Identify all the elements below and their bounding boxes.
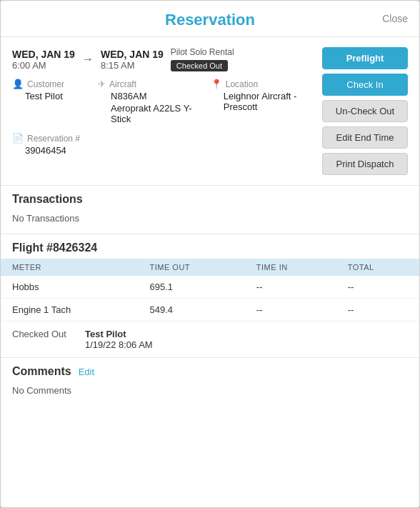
checked-out-date: 1/19/22 8:06 AM bbox=[85, 339, 153, 350]
end-date-block: WED, JAN 19 8:15 AM bbox=[101, 49, 164, 71]
customer-label-row: 👤 Customer bbox=[12, 79, 84, 89]
comments-edit-button[interactable]: Edit bbox=[79, 367, 94, 377]
customer-label: Customer bbox=[27, 79, 64, 89]
cell-meter: Engine 1 Tach bbox=[1, 299, 139, 322]
flight-title: Flight #8426324 bbox=[1, 234, 419, 254]
customer-icon: 👤 bbox=[12, 79, 24, 89]
reservation-num-block: 📄 Reservation # 39046454 bbox=[12, 133, 316, 156]
comments-title: Comments bbox=[12, 365, 71, 378]
aircraft-model: Aeroprakt A22LS Y-Stick bbox=[98, 103, 196, 124]
reservation-icon: 📄 bbox=[12, 133, 24, 144]
reservation-label: Reservation # bbox=[27, 134, 80, 144]
date-row: WED, JAN 19 6:00 AM → WED, JAN 19 8:15 A… bbox=[12, 47, 316, 71]
col-time-in: TIME IN bbox=[245, 259, 336, 276]
checked-out-label: Checked Out bbox=[12, 329, 76, 339]
modal-body: WED, JAN 19 6:00 AM → WED, JAN 19 8:15 A… bbox=[1, 37, 419, 186]
transactions-title: Transactions bbox=[12, 193, 408, 206]
end-time: 8:15 AM bbox=[101, 60, 164, 71]
check-in-button[interactable]: Check In bbox=[322, 74, 408, 96]
transactions-section: Transactions No Transactions bbox=[1, 186, 419, 234]
aircraft-label-row: ✈ Aircraft bbox=[98, 79, 196, 89]
un-check-out-button[interactable]: Un-Check Out bbox=[322, 100, 408, 122]
arrow-icon: → bbox=[82, 53, 94, 66]
no-comments-message: No Comments bbox=[12, 382, 408, 399]
flight-table-header: METER TIME OUT TIME IN TOTAL bbox=[1, 259, 419, 276]
location-icon: 📍 bbox=[211, 79, 222, 89]
action-buttons: Preflight Check In Un-Check Out Edit End… bbox=[322, 47, 408, 175]
preflight-button[interactable]: Preflight bbox=[322, 47, 408, 69]
start-date: WED, JAN 19 bbox=[12, 49, 75, 60]
table-row: Hobbs695.1---- bbox=[1, 276, 419, 299]
col-meter: METER bbox=[1, 259, 139, 276]
aircraft-id: N836AM bbox=[98, 91, 196, 101]
reservation-modal: Reservation Close WED, JAN 19 6:00 AM → … bbox=[0, 0, 420, 508]
comments-header: Comments Edit bbox=[12, 365, 408, 378]
location-label: Location bbox=[226, 79, 258, 89]
comments-section: Comments Edit No Comments bbox=[1, 358, 419, 406]
reservation-num-label-row: 📄 Reservation # bbox=[12, 133, 316, 144]
start-date-block: WED, JAN 19 6:00 AM bbox=[12, 49, 75, 71]
checked-out-row: Checked Out Test Pilot 1/19/22 8:06 AM bbox=[1, 322, 419, 358]
customer-name: Test Pilot bbox=[12, 91, 84, 101]
print-dispatch-button[interactable]: Print Dispatch bbox=[322, 153, 408, 175]
modal-title: Reservation bbox=[165, 11, 255, 29]
rental-info: Pilot Solo Rental Checked Out bbox=[171, 47, 234, 71]
cell-time_out: 695.1 bbox=[139, 276, 245, 299]
cell-total: -- bbox=[336, 299, 419, 322]
aircraft-label: Aircraft bbox=[109, 79, 136, 89]
modal-header: Reservation Close bbox=[1, 1, 419, 37]
end-date: WED, JAN 19 bbox=[101, 49, 164, 60]
start-time: 6:00 AM bbox=[12, 60, 75, 71]
cell-time_in: -- bbox=[245, 276, 336, 299]
checked-out-details: Test Pilot 1/19/22 8:06 AM bbox=[85, 329, 153, 350]
info-row: 👤 Customer Test Pilot ✈ Aircraft N836AM … bbox=[12, 79, 316, 124]
flight-table: METER TIME OUT TIME IN TOTAL Hobbs695.1-… bbox=[1, 259, 419, 322]
location-block: 📍 Location Leighnor Aircraft - Prescott bbox=[211, 79, 316, 124]
table-row: Engine 1 Tach549.4---- bbox=[1, 299, 419, 322]
cell-time_out: 549.4 bbox=[139, 299, 245, 322]
customer-block: 👤 Customer Test Pilot bbox=[12, 79, 84, 124]
status-badge: Checked Out bbox=[171, 60, 228, 71]
no-transactions-message: No Transactions bbox=[12, 210, 408, 226]
checked-out-pilot: Test Pilot bbox=[85, 329, 153, 339]
cell-time_in: -- bbox=[245, 299, 336, 322]
reservation-number: 39046454 bbox=[12, 145, 316, 156]
cell-meter: Hobbs bbox=[1, 276, 139, 299]
location-name: Leighnor Aircraft - Prescott bbox=[211, 91, 316, 112]
aircraft-block: ✈ Aircraft N836AM Aeroprakt A22LS Y-Stic… bbox=[98, 79, 196, 124]
aircraft-icon: ✈ bbox=[98, 79, 106, 89]
col-time-out: TIME OUT bbox=[139, 259, 245, 276]
edit-end-time-button[interactable]: Edit End Time bbox=[322, 126, 408, 149]
col-total: TOTAL bbox=[336, 259, 419, 276]
close-button[interactable]: Close bbox=[382, 13, 408, 24]
rental-type: Pilot Solo Rental bbox=[171, 47, 234, 57]
location-label-row: 📍 Location bbox=[211, 79, 316, 89]
cell-total: -- bbox=[336, 276, 419, 299]
reservation-info: WED, JAN 19 6:00 AM → WED, JAN 19 8:15 A… bbox=[12, 47, 316, 175]
flight-section: Flight #8426324 METER TIME OUT TIME IN T… bbox=[1, 234, 419, 322]
